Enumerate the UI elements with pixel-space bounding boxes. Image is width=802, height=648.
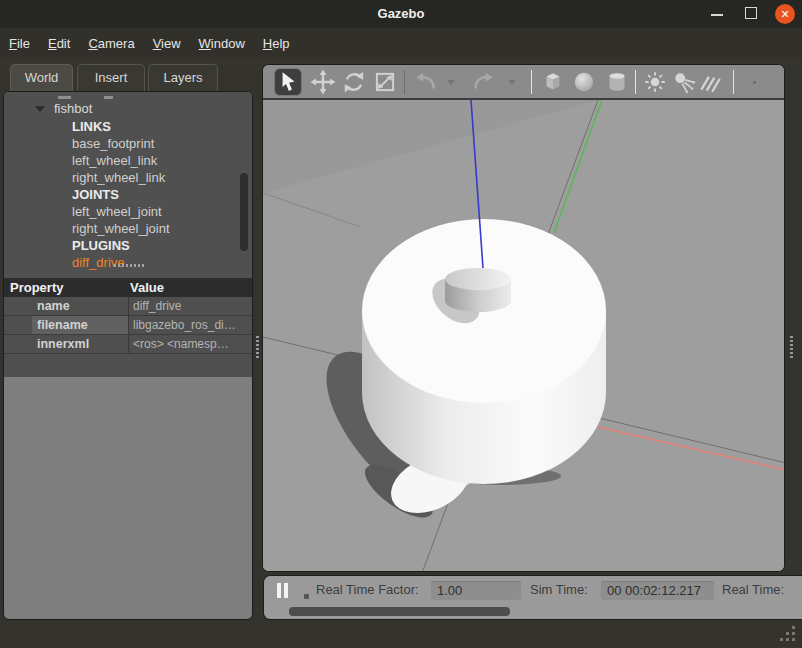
undo-dropdown-caret-icon[interactable] <box>447 80 455 85</box>
menu-file[interactable]: File <box>9 36 30 51</box>
translate-icon <box>310 69 336 95</box>
clipped-tree-item <box>58 96 71 99</box>
sphere-icon <box>571 69 597 95</box>
maximize-button[interactable] <box>738 0 764 28</box>
render-viewport[interactable] <box>263 100 785 572</box>
tab-world[interactable]: World <box>10 64 73 91</box>
chevron-down-icon[interactable] <box>35 106 45 112</box>
directional-light-button[interactable] <box>697 69 723 95</box>
menubar: File Edit Camera View Window Help <box>0 28 802 58</box>
tree-scrollbar[interactable] <box>240 173 248 251</box>
spot-light-icon <box>671 69 697 95</box>
world-panel: fishbot LINKS base_footprint left_wheel_… <box>3 91 253 620</box>
property-table: Property Value name diff_drive filename … <box>4 278 252 354</box>
menu-view[interactable]: View <box>153 36 181 51</box>
toolbar-separator <box>531 70 532 94</box>
tree-item-right-wheel-link[interactable]: right_wheel_link <box>4 169 252 186</box>
sim-time-label: Sim Time: <box>530 582 588 597</box>
minimize-button[interactable] <box>704 0 730 28</box>
box-icon <box>540 69 566 95</box>
property-table-header: Property Value <box>4 278 252 297</box>
table-row-filename[interactable]: filename libgazebo_ros_di… <box>4 316 252 335</box>
tree-item-fishbot[interactable]: fishbot <box>4 100 252 117</box>
world-tree: fishbot LINKS base_footprint left_wheel_… <box>4 92 252 377</box>
tree-item-links[interactable]: LINKS <box>4 118 252 135</box>
toolbar-separator <box>404 70 405 94</box>
toolbar-separator <box>635 70 636 94</box>
menu-camera[interactable]: Camera <box>88 36 134 51</box>
menu-edit[interactable]: Edit <box>48 36 70 51</box>
resize-grip-icon[interactable] <box>780 626 798 642</box>
redo-button[interactable] <box>470 69 496 95</box>
tree-item-plugins[interactable]: PLUGINS <box>4 237 252 254</box>
render-panel <box>262 64 785 572</box>
insert-cylinder-button[interactable] <box>604 69 630 95</box>
column-header-value: Value <box>128 278 252 297</box>
redo-icon <box>470 69 496 95</box>
pause-icon <box>284 583 288 598</box>
pause-icon <box>277 583 281 598</box>
right-splitter-handle[interactable] <box>790 336 793 358</box>
tab-insert[interactable]: Insert <box>77 64 145 91</box>
sim-time-value: 00 00:02:12.217 <box>601 581 714 600</box>
select-arrow-icon <box>275 69 301 95</box>
table-row-innerxml[interactable]: innerxml <ros> <namesp… <box>4 335 252 354</box>
spot-light-button[interactable] <box>671 69 697 95</box>
tree-table-splitter-handle[interactable] <box>114 264 144 267</box>
tree-item-right-wheel-joint[interactable]: right_wheel_joint <box>4 220 252 237</box>
clipped-tree-item <box>104 96 113 99</box>
tree-item-diff-drive[interactable]: diff_drive <box>4 254 252 271</box>
scene-canvas <box>263 100 785 572</box>
tree-item-left-wheel-joint[interactable]: left_wheel_joint <box>4 203 252 220</box>
insert-sphere-button[interactable] <box>571 69 597 95</box>
maximize-icon <box>745 7 757 19</box>
tree-item-joints[interactable]: JOINTS <box>4 186 252 203</box>
toolbar-overflow-dot <box>753 81 756 84</box>
lidar-top <box>445 268 511 290</box>
tree-item-left-wheel-link[interactable]: left_wheel_link <box>4 152 252 169</box>
left-splitter-handle[interactable] <box>256 336 259 358</box>
horizontal-scrollbar[interactable] <box>289 607 510 616</box>
menu-window[interactable]: Window <box>199 36 245 51</box>
undo-button[interactable] <box>413 69 439 95</box>
real-time-factor-value: 1.00 <box>431 581 521 600</box>
select-tool-button[interactable] <box>274 68 302 96</box>
insert-box-button[interactable] <box>540 69 566 95</box>
real-time-factor-label: Real Time Factor: <box>316 582 419 597</box>
rotate-icon <box>341 69 367 95</box>
undo-icon <box>413 69 439 95</box>
toolbar-separator <box>733 70 734 94</box>
pause-button[interactable] <box>264 576 298 606</box>
titlebar: Gazebo ✕ <box>0 0 802 28</box>
point-light-button[interactable] <box>642 69 668 95</box>
window-title: Gazebo <box>0 0 802 28</box>
cylinder-icon <box>604 69 630 95</box>
rotate-tool-button[interactable] <box>341 69 367 95</box>
column-header-property: Property <box>4 278 128 297</box>
table-row-name[interactable]: name diff_drive <box>4 297 252 316</box>
render-toolbar <box>263 65 784 100</box>
translate-tool-button[interactable] <box>310 69 336 95</box>
redo-dropdown-caret-icon[interactable] <box>508 80 516 85</box>
time-panel: Real Time Factor: 1.00 Sim Time: 00 00:0… <box>263 575 802 620</box>
minimize-icon <box>711 14 723 16</box>
real-time-label: Real Time: <box>722 582 802 597</box>
menu-help[interactable]: Help <box>263 36 290 51</box>
scale-icon <box>372 69 398 95</box>
gazebo-window: Gazebo ✕ File Edit Camera View Window He… <box>0 0 802 648</box>
close-icon: ✕ <box>775 4 795 24</box>
close-button[interactable]: ✕ <box>772 0 798 28</box>
tree-item-base-footprint[interactable]: base_footprint <box>4 135 252 152</box>
directional-light-icon <box>697 69 723 95</box>
point-light-icon <box>642 69 668 95</box>
tab-layers[interactable]: Layers <box>148 64 218 91</box>
step-button[interactable] <box>304 594 309 599</box>
scale-tool-button[interactable] <box>372 69 398 95</box>
